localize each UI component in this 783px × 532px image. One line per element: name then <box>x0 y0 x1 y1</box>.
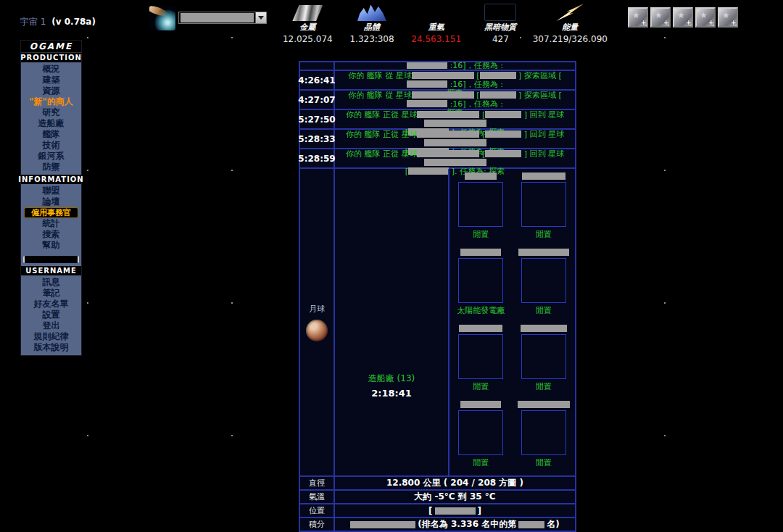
redacted-value <box>485 130 521 138</box>
colony-thumbnail[interactable] <box>521 410 566 455</box>
event-time: 5:28:59 <box>300 149 335 167</box>
chevron-down-icon[interactable] <box>255 12 266 23</box>
rank-text: 名) <box>547 518 559 531</box>
redacted-value <box>435 507 476 515</box>
sidebar-item-version-notes[interactable]: 版本說明 <box>21 342 81 353</box>
colony-cell: 閒置 <box>513 173 576 249</box>
redacted-value <box>424 139 486 146</box>
redacted-value <box>424 159 486 166</box>
sidebar-item-statistics[interactable]: 統計 <box>21 218 81 229</box>
sidebar-item-shipyard[interactable]: 造船廠 <box>21 118 81 129</box>
sidebar-item-forum[interactable]: 論壇 <box>21 196 81 207</box>
section-header-production: PRODUCTION <box>21 53 81 62</box>
sidebar-item-defense[interactable]: 防禦 <box>21 162 81 173</box>
plus-icon: + <box>732 18 736 27</box>
deuterium-icon <box>420 4 452 21</box>
resource-energy: 能量 307.219/326.090 <box>533 2 608 44</box>
sidebar-menu: OGAME PRODUCTION 概況 建築 資源 "新"的商人 研究 造船廠 … <box>20 40 82 356</box>
sidebar-item-search[interactable]: 搜索 <box>21 229 81 240</box>
colony-thumbnail[interactable] <box>521 334 566 379</box>
colony-thumbnail[interactable] <box>521 182 566 227</box>
sidebar-item-logout[interactable]: 登出 <box>21 320 81 331</box>
info-row-points: 積分 (排名為 3.336 名中的第 名) <box>300 518 575 531</box>
colony-name-redacted[interactable] <box>460 401 501 408</box>
metal-label: 金屬 <box>276 22 340 33</box>
sidebar-item-galaxy[interactable]: 銀河系 <box>21 151 81 162</box>
colony-name-redacted[interactable] <box>518 249 569 256</box>
officer-button-3[interactable]: + <box>673 7 693 28</box>
dark-matter-icon <box>484 4 516 21</box>
bracket-text: ] <box>478 506 481 516</box>
colony-thumbnail[interactable] <box>521 258 566 303</box>
officer-button-1[interactable]: + <box>628 7 648 28</box>
dark-matter-value: 427 <box>468 34 533 44</box>
sidebar-item-messages[interactable]: 訊息 <box>21 277 81 288</box>
fleet-event-row: 5:28:33 你的 艦隊 正從 星球 [ ] 回到 星球 [ ]. 任務為: … <box>300 130 575 149</box>
redacted-value <box>417 130 479 138</box>
colony-cell: 太陽能發電廠 <box>450 249 513 325</box>
officer-button-2[interactable]: + <box>650 7 671 28</box>
info-label: 積分 <box>300 518 335 531</box>
sidebar-item-buildings[interactable]: 建築 <box>21 75 81 86</box>
sidebar-item-notes[interactable]: 筆記 <box>21 288 81 299</box>
officer-button-5[interactable]: + <box>718 7 738 28</box>
position-value: [] <box>335 504 575 517</box>
event-time: 4:27:07 <box>300 91 335 109</box>
sidebar-item-alliance[interactable]: 聯盟 <box>21 186 81 196</box>
sidebar-item-hire-officer[interactable]: 僱用事務官 <box>24 207 78 218</box>
sidebar-item-help[interactable]: 幫助 <box>21 240 81 251</box>
fleet-event-row: 4:27:07 你的 艦隊 從 星球 [ ] 探索區域 [ :16]，任務為 :… <box>300 91 575 110</box>
colony-thumbnail[interactable] <box>458 410 503 455</box>
event-time: 4:26:41 <box>300 71 335 89</box>
energy-icon <box>556 4 584 21</box>
version-label: (v 0.78a) <box>51 17 96 27</box>
sidebar-item-fleet[interactable]: 艦隊 <box>21 129 81 140</box>
colony-activity-label: 閒置 <box>536 305 552 316</box>
sidebar-item-technology[interactable]: 技術 <box>21 140 81 151</box>
colony-thumbnail[interactable] <box>458 334 503 379</box>
plus-icon: + <box>664 18 668 27</box>
colony-name-redacted[interactable] <box>460 249 501 256</box>
sidebar-separator-bar <box>23 256 79 263</box>
sidebar-item-settings[interactable]: 設置 <box>21 309 81 320</box>
sidebar-item-research[interactable]: 研究 <box>21 107 81 118</box>
crystal-icon <box>357 4 386 21</box>
redacted-value <box>417 150 479 157</box>
officer-button-4[interactable]: + <box>695 7 716 28</box>
info-row-position: 位置 [] <box>300 504 575 518</box>
event-text: 你的 艦隊 正從 星球 <box>346 130 418 139</box>
info-row-diameter: 直徑 12.800 公里 ( 204 / 208 方圖 ) <box>300 477 575 491</box>
sidebar-item-resources[interactable]: 資源 <box>21 86 81 96</box>
moon-image[interactable] <box>306 320 328 341</box>
crystal-label: 晶體 <box>340 22 405 33</box>
planet-select[interactable] <box>178 12 267 24</box>
event-text: ] 探索區域 [ <box>518 71 562 80</box>
plus-icon: + <box>709 18 713 27</box>
event-time: 5:28:33 <box>300 130 335 148</box>
redacted-value <box>480 91 516 99</box>
redacted-value <box>424 120 486 127</box>
colony-thumbnail[interactable] <box>458 182 503 227</box>
selected-planet-redacted <box>181 13 254 22</box>
rank-text: (排名為 3.336 名中的第 <box>418 518 516 531</box>
colony-thumbnail[interactable] <box>458 258 503 303</box>
sidebar-item-buddy-list[interactable]: 好友名單 <box>21 299 81 309</box>
plus-icon: + <box>687 18 691 27</box>
colony-grid: 閒置 閒置 太陽能發電廠 閒置 <box>450 169 575 475</box>
colony-activity-label: 閒置 <box>536 381 552 392</box>
sidebar-item-overview[interactable]: 概況 <box>21 64 81 75</box>
moon-link[interactable]: 月球 <box>309 304 325 315</box>
sidebar-item-merchant[interactable]: "新"的商人 <box>21 96 81 107</box>
colony-name-redacted[interactable] <box>522 173 566 180</box>
colony-activity-label: 閒置 <box>473 457 489 468</box>
points-value: (排名為 3.336 名中的第 名) <box>335 518 575 531</box>
colony-name-redacted[interactable] <box>518 401 570 408</box>
colony-name-redacted[interactable] <box>459 325 502 332</box>
colony-name-redacted[interactable] <box>521 325 567 332</box>
sidebar-item-rules[interactable]: 規則紀律 <box>21 331 81 342</box>
fleet-event-row: 5:28:59 你的 艦隊 正從 星球 [ ] 回到 星球 [ ]. 任務為: … <box>300 149 575 169</box>
redacted-value <box>485 150 521 157</box>
universe-version-label: 宇宙 1 (v 0.78a) <box>20 16 96 28</box>
crystal-value: 1.323.308 <box>340 34 405 44</box>
colony-name-redacted[interactable] <box>465 173 497 180</box>
